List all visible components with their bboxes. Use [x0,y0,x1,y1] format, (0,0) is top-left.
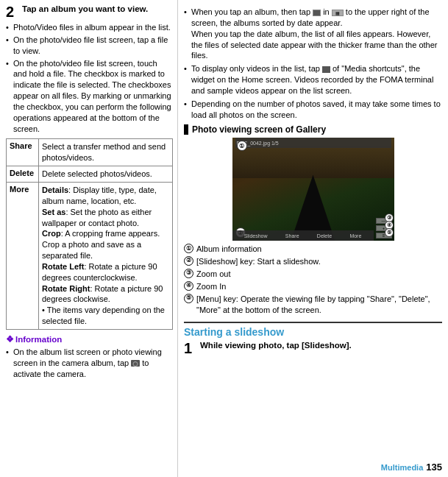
annotation-text-5: [Menu] key: Operate the viewing file by … [196,294,442,316]
gallery-top-text: DSC_0042.jpg 1/5 [237,141,390,146]
annotation-text-2: [Slideshow] key: Start a slideshow. [196,256,321,267]
gallery-container: DSC_0042.jpg 1/5 ① ② — ③ + [184,138,442,241]
grid-icon [313,10,321,16]
gallery-image-inner [232,138,394,241]
more-note: • The items vary depending on the select… [42,305,165,325]
annotation-item-1: ① Album information [184,244,442,255]
table-val-share: Select a transfer method and send photos… [39,139,172,166]
annotation-item-4: ④ Zoom In [184,281,442,292]
annotation-text-1: Album information [196,244,262,255]
page-number: 135 [426,462,442,473]
annotation-5: ⑤ [385,228,394,237]
annotation-item-3: ③ Zoom out [184,269,442,280]
right-bullet-3: Depending on the number of photos saved,… [184,99,442,121]
table-val-delete: Delete selected photos/videos. [39,166,172,182]
num-circle-3: ③ [184,269,193,278]
gallery-top-bar: DSC_0042.jpg 1/5 [235,138,391,148]
more-setas: Set as: Set the photo as either wallpape… [42,208,152,227]
table-key-share: Share [7,139,39,166]
more-rotate-left: Rotate Left: Rotate a picture 90 degrees… [42,262,157,282]
table-row-more: More Details: Display title, type, date,… [7,183,172,329]
annotation-text-4: Zoom In [196,281,226,292]
gallery-bottom-bar: Slideshow Share Delete More [232,230,374,241]
right-column: When you tap an album, then tap in ▦ to … [178,0,448,477]
num-circle-5: ⑤ [184,294,193,303]
right-bullets: When you tap an album, then tap in ▦ to … [184,7,442,120]
table-key-more: More [7,183,39,329]
camera-icon [131,360,140,367]
slideshow-section: Starting a slideshow 1 While viewing pho… [184,322,442,356]
page-category: Multimedia [381,463,423,472]
share-label[interactable]: Share [285,233,299,239]
table-row-delete: Delete Delete selected photos/videos. [7,166,172,183]
more-crop: Crop: A cropping frame appears. Crop a p… [42,229,160,260]
bullet-item: On the photo/video file list screen, tou… [6,58,173,135]
more-details: Details: Display title, type, date, albu… [42,186,157,205]
right-bullet-1: When you tap an album, then tap in ▦ to … [184,7,442,61]
num-circle-1: ① [184,244,193,253]
step-header: 2 Tap an album you want to view. [6,4,173,19]
annotation-1: ① [237,141,247,151]
media-icon [322,66,330,73]
bullet-item: On the photo/video file list screen, tap… [6,35,173,57]
information-text: On the album list screen or photo viewin… [6,347,173,380]
header-bar-icon [184,124,188,135]
left-column: 2 Tap an album you want to view. Photo/V… [0,0,178,477]
gallery-header-text: Photo viewing screen of Gallery [192,124,326,135]
more-rotate-right: Rotate Right: Rotate a picture 90 degree… [42,284,163,304]
annotation-text-3: Zoom out [196,269,230,280]
gallery-image: DSC_0042.jpg 1/5 ① ② — ③ + [232,138,394,241]
information-header: Information [6,334,173,344]
annotation-item-5: ⑤ [Menu] key: Operate the viewing file b… [184,294,442,316]
gallery-annotations-list: ① Album information ② [Slideshow] key: S… [184,244,442,315]
information-section: Information On the album list screen or … [6,334,173,380]
step2-number: 1 [184,341,196,356]
page-number-section: Multimedia 135 [381,462,442,473]
num-circle-4: ④ [184,281,193,291]
step-number: 2 [6,4,18,19]
operations-table: Share Select a transfer method and send … [6,138,173,330]
step-title: Tap an album you want to view. [22,4,148,13]
table-row-share: Share Select a transfer method and send … [7,139,172,166]
right-bullet-2: To display only videos in the list, tap … [184,63,442,96]
slideshow-header: Starting a slideshow [184,326,442,338]
num-circle-2: ② [184,256,193,266]
right-bullet-3-text: Depending on the number of photos saved,… [191,99,441,119]
delete-label[interactable]: Delete [317,233,332,239]
bullet-item: Photo/Video files in album appear in the… [6,22,173,33]
slideshow-label[interactable]: Slideshow [244,233,268,239]
step2-title: While viewing photo, tap [Slideshow]. [200,341,352,350]
page-wrapper: 2 Tap an album you want to view. Photo/V… [0,0,448,477]
annotation-item-2: ② [Slideshow] key: Start a slideshow. [184,256,442,267]
table-key-delete: Delete [7,166,39,182]
annotation-5-wrapper: ≡ ⑤ [376,233,392,239]
step2-header: 1 While viewing photo, tap [Slideshow]. [184,341,442,356]
gallery-right-controls: — ③ + ④ ≡ ⑤ [376,149,392,241]
gallery-section-header: Photo viewing screen of Gallery [184,124,442,135]
step-bullets: Photo/Video files in album appear in the… [6,22,173,134]
table-val-more: Details: Display title, type, date, albu… [39,183,172,329]
more-label[interactable]: More [349,233,361,239]
grid2-icon: ▦ [332,10,344,16]
